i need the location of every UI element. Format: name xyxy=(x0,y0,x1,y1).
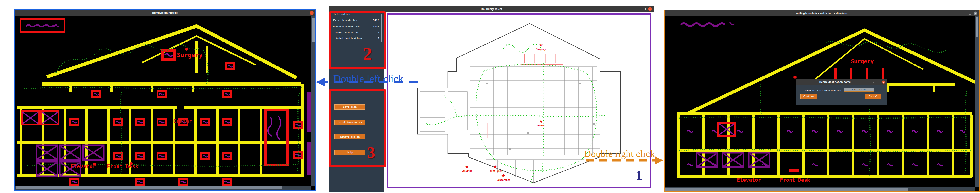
map-label-front-desk: Front Desk xyxy=(780,177,810,183)
arrow-head-right xyxy=(655,156,663,165)
occupancy-map-remove[interactable]: Surgery Center Elevator Front Desk xyxy=(15,16,312,185)
map-label-elevator: Elevator xyxy=(71,164,96,169)
scrollbar-thumb[interactable] xyxy=(976,17,978,37)
window-title: Boundary select xyxy=(329,8,654,11)
close-icon[interactable]: ✕ xyxy=(648,7,652,11)
restore-icon[interactable] xyxy=(643,8,646,10)
double-left-click-label: Double left click xyxy=(333,73,403,84)
close-icon[interactable]: ✕ xyxy=(882,81,885,84)
vertical-scrollbar[interactable] xyxy=(312,16,315,185)
scrollbar-thumb[interactable] xyxy=(16,186,282,189)
minimize-icon[interactable]: – xyxy=(873,81,874,84)
destination-star-elevator: ★ xyxy=(465,164,469,169)
titlebar[interactable]: Adding boundaries and define destination… xyxy=(665,10,979,16)
horizontal-scrollbar[interactable] xyxy=(665,187,975,191)
floorplan-canvas[interactable]: ★ Surgery ★ Center ★ Elevator ★ Front De… xyxy=(387,13,651,188)
text-caret xyxy=(866,89,866,91)
titlebar[interactable]: Remove boundaries ✕ xyxy=(15,10,315,16)
map-label-elevator: Elevator xyxy=(737,177,761,183)
figure-canvas: Remove boundaries ✕ xyxy=(0,0,980,193)
floorplan-graphic xyxy=(388,14,650,187)
define-destination-dialog: Define destination name – ✕ Name of this… xyxy=(796,79,887,104)
purple-watermark xyxy=(681,23,725,26)
map-label-center: Center xyxy=(173,119,192,124)
window-remove-boundaries: Remove boundaries ✕ xyxy=(14,9,316,190)
window-title: Adding boundaries and define destination… xyxy=(665,12,979,14)
destination-star-center: ★ xyxy=(539,119,543,123)
restore-icon[interactable] xyxy=(969,12,971,14)
destination-star-front-desk: ★ xyxy=(493,164,497,169)
watermark-highlight-box xyxy=(20,18,65,33)
window-title: Remove boundaries xyxy=(15,11,315,14)
close-icon[interactable]: ✕ xyxy=(310,11,313,15)
step-number-3: 3 xyxy=(367,145,375,161)
step-number-1: 1 xyxy=(636,168,643,182)
map-label-front-desk: Front Desk xyxy=(107,164,138,169)
double-right-click-label: Double right click xyxy=(584,149,655,158)
occupancy-map-graphic xyxy=(15,16,312,185)
restore-icon[interactable] xyxy=(305,12,307,14)
restore-icon[interactable] xyxy=(877,81,879,83)
annotation-box-buttons xyxy=(329,89,386,168)
horizontal-scrollbar[interactable] xyxy=(15,185,312,190)
destination-label: Conference xyxy=(491,179,516,181)
purple-watermark xyxy=(21,19,64,31)
map-label-surgery: Surgery xyxy=(177,52,203,58)
dialog-titlebar[interactable]: Define destination name – ✕ xyxy=(796,79,887,85)
destination-name-input[interactable]: Left Gate xyxy=(844,88,875,92)
destination-label: Front Desk xyxy=(483,170,508,172)
destination-name-label: Name of this destination: xyxy=(805,89,843,92)
cancel-button[interactable]: Cancel xyxy=(865,94,881,99)
vertical-scrollbar[interactable] xyxy=(975,16,979,187)
scrollbar-thumb[interactable] xyxy=(665,188,908,190)
window-adding-boundaries: Adding boundaries and define destination… xyxy=(664,9,980,191)
step-number-2: 2 xyxy=(363,45,372,63)
arrow-head-left xyxy=(316,78,325,86)
scrollbar-thumb[interactable] xyxy=(312,18,315,42)
destination-label: Center xyxy=(528,124,554,127)
close-icon[interactable]: ✕ xyxy=(974,11,977,15)
destination-label: Surgery xyxy=(528,48,554,51)
confirm-button[interactable]: Confirm xyxy=(800,94,817,99)
map-label-surgery: Surgery xyxy=(851,59,874,64)
annotation-box-info-panel xyxy=(329,11,386,70)
destination-star-surgery: ★ xyxy=(539,43,543,47)
destination-label: Elevator xyxy=(455,170,479,172)
destination-star-conference: ★ xyxy=(501,173,506,178)
